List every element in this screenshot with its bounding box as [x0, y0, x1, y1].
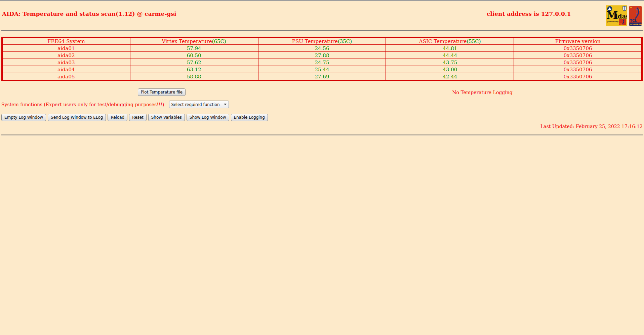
cell-asic: 44.81 [386, 45, 514, 52]
cell-psu: 25.44 [258, 66, 386, 73]
cell-firmware: 0x3350706 [514, 52, 642, 59]
system-functions-label: System functions (Expert users only for … [1, 102, 164, 107]
cell-virtex: 57.94 [130, 45, 258, 52]
log-controls-row: Empty Log WindowSend Log Window to ELogR… [1, 114, 643, 121]
cell-system: aida04 [2, 66, 130, 73]
plot-button-cell: Plot Temperature file [1, 88, 322, 96]
svg-text:powered by: powered by [607, 21, 619, 23]
cell-psu: 24.56 [258, 45, 386, 52]
logo-group: M idas powered by TCL ” ” TCL POWERED [606, 5, 642, 27]
cell-asic: 44.44 [386, 52, 514, 59]
table-row: aida0463.1225.4443.000x3350706 [2, 66, 642, 73]
logging-status-text: No Temperature Logging [452, 90, 512, 95]
col-header-firmware-version: Firmware version [514, 37, 642, 45]
enable-logging-button[interactable]: Enable Logging [231, 114, 268, 121]
last-updated-text: Last Updated: February 25, 2022 17:16:12 [1, 124, 643, 129]
cell-system: aida03 [2, 59, 130, 66]
cell-virtex: 58.88 [130, 73, 258, 80]
cell-psu: 24.75 [258, 59, 386, 66]
tcl-powered-logo[interactable]: ” ” TCL POWERED [629, 5, 642, 27]
col-header-psu-temperature: PSU Temperature(35C) [258, 37, 386, 45]
cell-virtex: 57.62 [130, 59, 258, 66]
cell-firmware: 0x3350706 [514, 66, 642, 73]
page-header: AIDA: Temperature and status scan(1.12) … [1, 1, 643, 30]
system-functions-row: System functions (Expert users only for … [1, 101, 643, 108]
top-divider [1, 30, 643, 31]
cell-firmware: 0x3350706 [514, 59, 642, 66]
bottom-divider [1, 135, 643, 136]
cell-system: aida05 [2, 73, 130, 80]
svg-text:TCL: TCL [630, 19, 637, 23]
show-log-window-button[interactable]: Show Log Window [187, 114, 229, 121]
plot-temperature-file-button[interactable]: Plot Temperature file [138, 88, 186, 96]
cell-system: aida01 [2, 45, 130, 52]
temperature-table-body: aida0157.9424.5644.810x3350706aida0260.5… [2, 45, 642, 80]
cell-psu: 27.69 [258, 73, 386, 80]
cell-firmware: 0x3350706 [514, 45, 642, 52]
chevron-down-icon [224, 104, 227, 105]
temperature-table: FEE64 System Virtex Temperature(65C) PSU… [1, 37, 643, 81]
plot-and-status-row: Plot Temperature file No Temperature Log… [1, 88, 643, 96]
cell-virtex: 60.50 [130, 52, 258, 59]
table-header-row: FEE64 System Virtex Temperature(65C) PSU… [2, 37, 642, 45]
cell-virtex: 63.12 [130, 66, 258, 73]
show-variables-button[interactable]: Show Variables [148, 114, 185, 121]
svg-text:POWERED: POWERED [630, 23, 642, 26]
cell-asic: 42.44 [386, 73, 514, 80]
reload-button[interactable]: Reload [108, 114, 127, 121]
svg-text:”: ” [630, 6, 632, 11]
cell-asic: 43.00 [386, 66, 514, 73]
table-row: aida0357.6224.7543.750x3350706 [2, 59, 642, 66]
svg-text:TCL: TCL [619, 23, 622, 25]
col-header-virtex-temperature: Virtex Temperature(65C) [130, 37, 258, 45]
midas-logo[interactable]: M idas powered by TCL [606, 5, 627, 26]
empty-log-window-button[interactable]: Empty Log Window [1, 114, 46, 121]
cell-firmware: 0x3350706 [514, 73, 642, 80]
page-title: AIDA: Temperature and status scan(1.12) … [2, 10, 176, 17]
send-log-window-to-elog-button[interactable]: Send Log Window to ELog [48, 114, 106, 121]
svg-text:idas: idas [615, 13, 627, 20]
cell-system: aida02 [2, 52, 130, 59]
function-select-value: Select required function [171, 102, 224, 107]
cell-asic: 43.75 [386, 59, 514, 66]
table-row: aida0558.8827.6942.440x3350706 [2, 73, 642, 80]
col-header-fee64-system: FEE64 System [2, 37, 130, 45]
reset-button[interactable]: Reset [129, 114, 147, 121]
logging-status-cell: No Temperature Logging [322, 89, 643, 96]
table-row: aida0260.5027.8844.440x3350706 [2, 52, 642, 59]
client-address-text: client address is 127.0.0.1 [487, 10, 571, 17]
function-select[interactable]: Select required function [169, 101, 229, 108]
cell-psu: 27.88 [258, 52, 386, 59]
status-page: AIDA: Temperature and status scan(1.12) … [0, 1, 644, 136]
table-row: aida0157.9424.5644.810x3350706 [2, 45, 642, 52]
col-header-asic-temperature: ASIC Temperature(55C) [386, 37, 514, 45]
